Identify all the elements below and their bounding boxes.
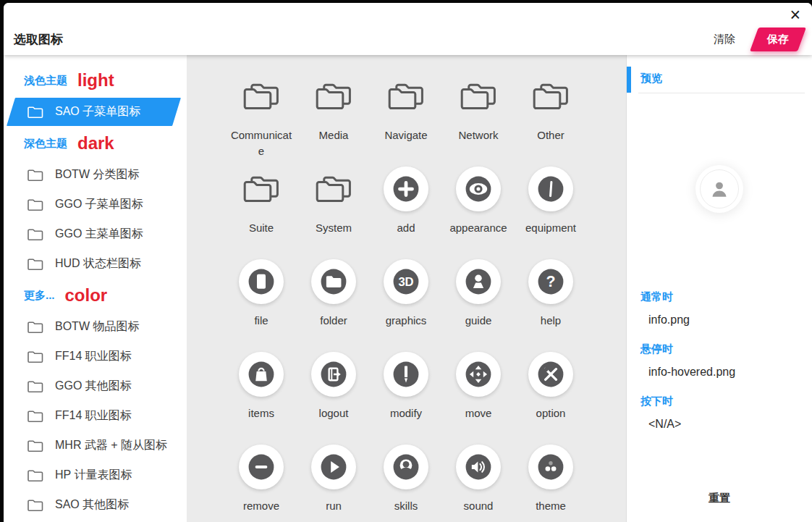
- grid-item[interactable]: modify: [370, 352, 442, 445]
- grid-item[interactable]: run: [297, 445, 370, 522]
- grid-item-icon-wrap: [456, 167, 501, 211]
- grid-item[interactable]: 3Dgraphics: [370, 259, 442, 352]
- grid-item[interactable]: Communicate: [225, 74, 297, 167]
- sidebar-item[interactable]: HUD 状态栏图标: [4, 249, 187, 279]
- sidebar-item[interactable]: GGO 其他图标: [4, 371, 187, 401]
- preview-accent-bar: [627, 67, 631, 93]
- state-label: 通常时: [627, 290, 812, 303]
- grid-item-label: guide: [465, 313, 492, 329]
- save-button[interactable]: 保存: [754, 28, 802, 51]
- tools-icon: [528, 352, 573, 397]
- grid-item[interactable]: Media: [297, 74, 370, 167]
- grid-item[interactable]: add: [370, 167, 442, 259]
- sidebar-item[interactable]: GGO 主菜单图标: [4, 219, 187, 249]
- plus-icon: [384, 167, 428, 211]
- grid-item[interactable]: Network: [442, 74, 515, 167]
- grid-item-label: graphics: [386, 313, 427, 329]
- grid-item[interactable]: Navigate: [370, 74, 442, 167]
- grid-item[interactable]: file: [225, 259, 297, 352]
- person-pin-icon: [456, 259, 501, 304]
- sidebar-item-label: FF14 职业图标: [55, 349, 132, 364]
- sidebar-item-label: FF14 职业图标: [55, 408, 132, 424]
- folder-icon: [28, 55, 45, 56]
- sidebar-item[interactable]: FF14 职业图标: [4, 342, 187, 371]
- sidebar-item[interactable]: SAO 其他图标: [4, 490, 187, 520]
- grid-item[interactable]: guide: [442, 259, 515, 352]
- grid-item[interactable]: skills: [370, 445, 442, 522]
- grid-item[interactable]: appearance: [442, 167, 515, 259]
- grid-item-icon-wrap: [456, 352, 501, 397]
- sidebar-item-label: BOTW 分类图标: [55, 167, 139, 182]
- folders-icon: [316, 174, 352, 204]
- folder-icon: [28, 198, 45, 212]
- grid-item[interactable]: logout: [297, 352, 370, 445]
- preview-title: 预览: [640, 72, 662, 85]
- grid-item-label: appearance: [449, 220, 507, 236]
- grid-item[interactable]: option: [515, 352, 587, 445]
- grid-item-label: file: [254, 313, 268, 329]
- grid-item[interactable]: folder: [297, 259, 370, 352]
- grid-item[interactable]: items: [225, 352, 297, 445]
- grid-item[interactable]: equipment: [515, 167, 587, 259]
- sidebar-item-label: SAO 其他图标: [55, 497, 129, 513]
- preview-divider: [638, 93, 805, 93]
- grid-item[interactable]: ?help: [515, 259, 587, 352]
- grid-item[interactable]: theme: [515, 445, 587, 522]
- grid-item-icon-wrap: [239, 352, 284, 397]
- sidebar-item-label: GGO 其他图标: [55, 379, 132, 394]
- svg-text:?: ?: [546, 273, 555, 290]
- grid-item[interactable]: move: [442, 352, 515, 445]
- state-value: info-hovered.png: [627, 364, 812, 380]
- grid-item-icon-wrap: [384, 167, 428, 211]
- grid-item-label: Other: [537, 127, 564, 143]
- grid-item[interactable]: remove: [225, 445, 297, 522]
- sidebar-item[interactable]: SAO 子菜单图标: [4, 97, 187, 127]
- close-icon[interactable]: ×: [787, 4, 803, 25]
- folder-icon: [28, 468, 45, 483]
- grid-item-icon-wrap: [311, 259, 356, 304]
- grid-item-label: items: [248, 405, 274, 421]
- section-label-zh: 更多...: [24, 289, 55, 303]
- avatar: [700, 169, 739, 209]
- sidebar-item[interactable]: MHR 武器 + 随从图标: [4, 431, 187, 460]
- state-label: 按下时: [627, 394, 812, 408]
- dialog-content: SAO 主菜单图标浅色主题lightSAO 子菜单图标深色主题darkBOTW …: [4, 55, 812, 522]
- sidebar-item[interactable]: GGO 子菜单图标: [4, 190, 187, 219]
- grid-item-icon-wrap: [528, 445, 573, 489]
- sidebar-item[interactable]: BOTW 分类图标: [4, 160, 187, 190]
- grid-item[interactable]: Suite: [225, 167, 297, 259]
- icon-grid: CommunicateMediaNavigateNetworkOtherSuit…: [187, 55, 626, 522]
- folder-icon: [28, 168, 45, 182]
- grid-item[interactable]: sound: [442, 445, 515, 522]
- grid-item-label: System: [316, 220, 352, 236]
- folder-icon: [28, 409, 45, 424]
- grid-item-label: Suite: [249, 220, 274, 236]
- sidebar-item[interactable]: FF14 职业图标: [4, 401, 187, 431]
- folder-icon: [28, 257, 45, 271]
- folder-icon: [28, 320, 45, 334]
- reset-button[interactable]: 重置: [627, 492, 812, 505]
- grid-item-label: modify: [390, 405, 422, 421]
- journal-arrow-icon: [311, 352, 356, 397]
- move-arrows-icon: [456, 352, 501, 397]
- sidebar-item[interactable]: SAO 主菜单图标: [4, 55, 187, 64]
- dialog-header: 选取图标 清除 保存 ×: [4, 3, 812, 55]
- sidebar-item-label: BOTW 物品图标: [55, 319, 139, 334]
- folders-icon: [243, 174, 279, 204]
- sidebar-item-label: SAO 子菜单图标: [55, 104, 140, 119]
- state-label: 悬停时: [627, 342, 812, 355]
- folder-icon: [311, 259, 356, 304]
- grid-item-icon-wrap: [311, 167, 356, 211]
- preview-panel: 预览 通常时info.png悬停时info-hovered.png按下时<N/A…: [626, 55, 812, 522]
- grid-item-label: folder: [320, 313, 347, 329]
- sidebar-item-label: SAO 主菜单图标: [55, 55, 140, 56]
- grid-item-icon-wrap: [311, 74, 356, 119]
- state-list: 通常时info.png悬停时info-hovered.png按下时<N/A>: [627, 290, 812, 446]
- sidebar-item[interactable]: BOTW 物品图标: [4, 312, 187, 342]
- grid-item-label: theme: [536, 498, 566, 514]
- grid-item[interactable]: System: [297, 167, 370, 259]
- sidebar-item[interactable]: HP 计量表图标: [4, 460, 187, 490]
- clear-button[interactable]: 清除: [712, 28, 737, 51]
- grid-item[interactable]: Other: [515, 74, 587, 167]
- sidebar-item-label: HUD 状态栏图标: [55, 256, 141, 271]
